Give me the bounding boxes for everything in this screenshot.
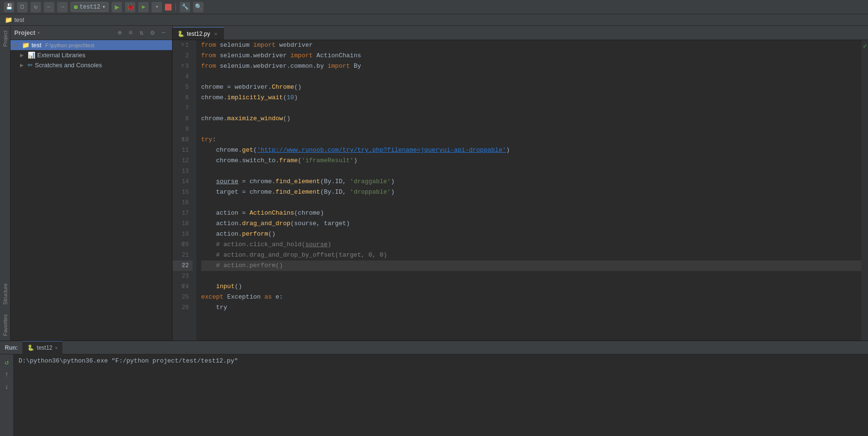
libraries-icon: 📊 [28,52,35,59]
settings-button[interactable]: 🔧 [180,2,190,12]
code-line-24: input() [201,281,861,292]
collapse-all-icon[interactable]: ≡ [126,28,135,38]
line-9: 9 [173,124,193,135]
line-21: 21 [173,250,193,260]
right-scrollbar[interactable]: ✓ [861,40,868,341]
tab-test12[interactable]: 🐍 test12.py × [173,27,224,40]
panel-dropdown-arrow[interactable]: ▾ [37,30,40,36]
line-8: 8 [173,114,193,124]
forward-button[interactable]: → [57,2,68,12]
line-12: 12 [173,156,193,166]
debug-button[interactable]: 🐞 [125,2,135,12]
panel-title: Project [14,29,35,36]
sync-icon[interactable]: ↻ [31,2,41,12]
run-tab-test12[interactable]: 🐍 test12 × [22,341,62,354]
locate-icon[interactable]: ⊕ [115,28,124,38]
line-5: 5 [173,82,193,93]
chevron-down-icon: ▾ [102,3,105,10]
panel-header: Project ▾ ⊕ ≡ ⇅ ⚙ − [10,26,172,40]
editor-area: 🐍 test12.py × ▽1 2 ▽3 4 5 6 7 8 9 ▽10 11… [173,26,868,341]
run-dropdown2[interactable]: ▾ [152,2,162,12]
code-line-11: chrome.get('http://www.runoob.com/try/tr… [201,145,861,156]
tab-close-button[interactable]: × [213,31,219,37]
code-line-4 [201,72,861,82]
tree-item-test[interactable]: ▶ 📁 test F:\python project\test [10,40,172,50]
favorites-vertical-tab[interactable]: Favorites [1,310,10,341]
project-panel: Project ▾ ⊕ ≡ ⇅ ⚙ − ▶ 📁 test F:\python p… [10,26,173,341]
code-line-6: chrome.implicitly_wait(10) [201,93,861,103]
run-tab-icon: 🐍 [27,344,34,351]
settings-panel-icon[interactable]: ⚙ [148,28,157,38]
run-label: Run: [0,344,22,351]
line-15: 15 [173,187,193,197]
run-command: D:\python36\python36.exe "F:/python proj… [19,357,238,364]
tree-label-test: test [31,42,41,49]
tab-bar: 🐍 test12.py × [173,26,868,40]
close-panel-icon[interactable]: − [159,28,168,38]
scroll-down-button[interactable]: ↓ [2,382,11,392]
code-content[interactable]: from selenium import webdriver from sele… [196,40,861,341]
tree-arrow-ext: ▶ [20,52,26,58]
code-line-7 [201,103,861,114]
line-13: 13 [173,166,193,176]
bottom-panel: Run: 🐍 test12 × ↺ ↑ ↓ D:\python36\python… [0,341,868,436]
run-config-dropdown[interactable]: test12 ▾ [71,2,109,12]
line-19: 19 [173,229,193,239]
code-line-15: target = chrome.find_element(By.ID, 'dro… [201,187,861,197]
tab-label: test12.py [187,31,210,37]
code-line-9 [201,124,861,135]
line-numbers: ▽1 2 ▽3 4 5 6 7 8 9 ▽10 11 12 13 14 15 1… [173,40,196,341]
line-6: 6 [173,93,193,103]
code-line-13 [201,166,861,176]
code-line-8: chrome.maximize_window() [201,114,861,124]
code-line-26: try [201,302,861,313]
line-16: 16 [173,197,193,208]
code-line-5: chrome = webdriver.Chrome() [201,82,861,93]
code-line-23 [201,271,861,281]
scroll-up-button[interactable]: ↑ [2,370,11,379]
line-26: 26 [173,302,193,313]
run-button[interactable]: ▶ [112,2,122,12]
run-tab-close-button[interactable]: × [55,345,58,351]
line-20: ▽20 [173,239,193,250]
line-1: ▽1 [173,40,193,51]
run-toolbar: ↺ ↑ ↓ [0,354,14,436]
code-editor[interactable]: ▽1 2 ▽3 4 5 6 7 8 9 ▽10 11 12 13 14 15 1… [173,40,868,341]
tree-item-scratches[interactable]: ▶ ✏ Scratches and Consoles [10,60,172,70]
coverage-button[interactable]: ▶ [138,2,149,12]
new-file-icon[interactable]: 🗋 [17,2,28,12]
code-line-2: from selenium.webdriver import ActionCha… [201,51,861,61]
tree-item-external-libraries[interactable]: ▶ 📊 External Libraries [10,50,172,60]
code-line-20: # action.click_and_hold(sourse) [201,239,861,250]
restart-run-button[interactable]: ↺ [2,357,11,367]
folder-icon-test: 📁 [22,42,30,49]
panel-tools: ⊕ ≡ ⇅ ⚙ − [115,28,168,38]
line-4: 4 [173,72,193,82]
code-line-3: from selenium.webdriver.common.by import… [201,61,861,72]
line-24: ▽24 [173,281,193,292]
window-title-bar: 📁 test [0,14,868,26]
code-line-19: action.perform() [201,229,861,239]
run-tab-label: test12 [37,344,52,351]
structure-vertical-tab[interactable]: Structure [1,279,10,310]
project-vertical-tab[interactable]: Project [1,26,10,52]
tree-label-external-libraries: External Libraries [37,52,85,59]
line-23: 23 [173,271,193,281]
save-icon[interactable]: 💾 [4,2,14,12]
line-11: 11 [173,145,193,156]
line-25: 25 [173,292,193,302]
code-line-14: sourse = chrome.find_element(By.ID, 'dra… [201,176,861,187]
back-button[interactable]: ← [44,2,54,12]
line-10: ▽10 [173,135,193,145]
line-18: 18 [173,218,193,229]
line-17: 17 [173,208,193,218]
expand-icon[interactable]: ⇅ [137,28,146,38]
no-errors-icon: ✓ [863,42,867,50]
window-title: test [14,16,24,23]
code-line-25: except Exception as e: [201,292,861,302]
code-line-18: action.drag_and_drop(sourse, target) [201,218,861,229]
code-line-1: from selenium import webdriver [201,40,861,51]
tree-path-test: F:\python project\test [45,42,94,48]
stop-button[interactable] [165,4,172,10]
search-button[interactable]: 🔍 [193,2,204,12]
